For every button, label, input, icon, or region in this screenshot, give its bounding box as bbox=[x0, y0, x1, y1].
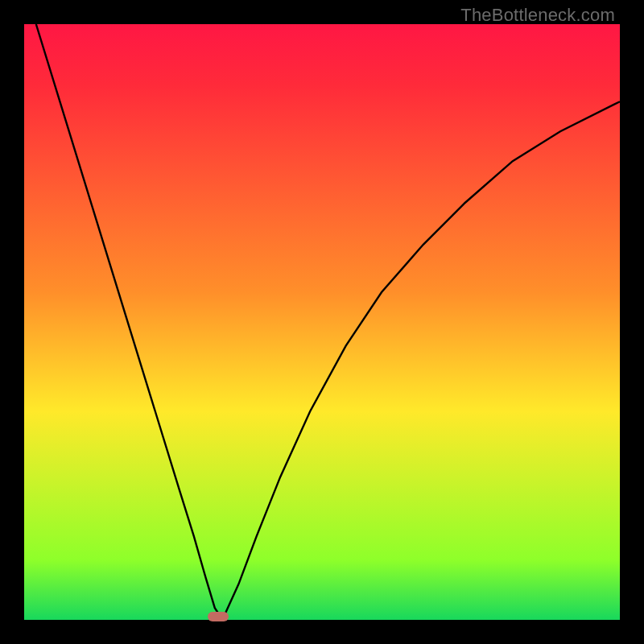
watermark-text: TheBottleneck.com bbox=[460, 5, 615, 26]
optimal-point-marker bbox=[208, 612, 229, 621]
chart-frame: TheBottleneck.com bbox=[0, 0, 644, 644]
curve-path bbox=[36, 24, 620, 617]
bottleneck-curve bbox=[24, 24, 620, 620]
gradient-plot-area bbox=[24, 24, 620, 620]
